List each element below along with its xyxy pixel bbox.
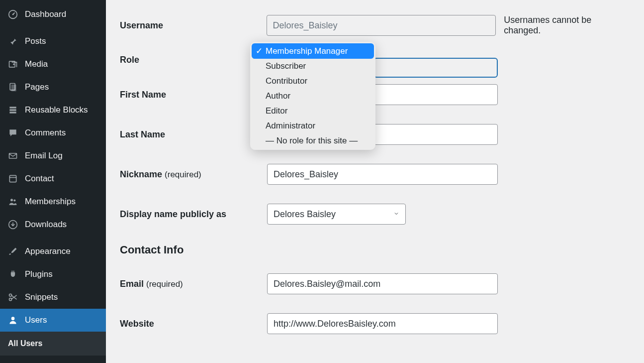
sidebar-item-label: Posts <box>25 36 46 46</box>
display-name-value: Delores Baisley <box>274 209 336 220</box>
chevron-down-icon <box>393 211 399 218</box>
sidebar-item-label: Reusable Blocks <box>25 105 88 115</box>
display-name-select[interactable]: Delores Baisley <box>267 204 406 225</box>
role-option-editor[interactable]: Editor <box>252 104 374 119</box>
sidebar-item-plugins[interactable]: Plugins <box>0 263 106 286</box>
sidebar-item-label: Memberships <box>25 197 76 207</box>
admin-sidebar: Dashboard Posts Media Pages Reusable Blo… <box>0 0 106 363</box>
user-icon <box>7 314 19 326</box>
website-label: Website <box>120 319 267 329</box>
sidebar-item-dashboard[interactable]: Dashboard <box>0 3 106 26</box>
role-option-contributor[interactable]: Contributor <box>252 74 374 89</box>
sidebar-item-label: Dashboard <box>25 9 66 19</box>
svg-point-11 <box>10 199 13 201</box>
role-label: Role <box>120 55 267 65</box>
svg-rect-6 <box>9 107 16 108</box>
sidebar-item-comments[interactable]: Comments <box>0 121 106 144</box>
svg-rect-8 <box>9 112 16 113</box>
svg-rect-7 <box>9 109 16 111</box>
svg-point-15 <box>9 298 12 301</box>
plug-icon <box>7 268 19 280</box>
row-email: Email (required) <box>120 273 630 294</box>
sidebar-item-label: Contact <box>25 174 54 184</box>
sidebar-item-posts[interactable]: Posts <box>0 30 106 53</box>
role-option-subscriber[interactable]: Subscriber <box>252 59 374 74</box>
sidebar-item-memberships[interactable]: Memberships <box>0 190 106 213</box>
sidebar-item-reusable-blocks[interactable]: Reusable Blocks <box>0 99 106 121</box>
envelope-icon <box>7 150 19 162</box>
sidebar-item-pages[interactable]: Pages <box>0 76 106 99</box>
sidebar-item-label: Users <box>25 315 47 325</box>
download-icon <box>7 219 19 231</box>
row-nickname: Nickname (required) <box>120 164 630 185</box>
groups-icon <box>7 196 19 208</box>
sidebar-submenu: All Users <box>0 332 106 356</box>
svg-point-12 <box>13 199 15 201</box>
sidebar-item-label: Downloads <box>25 220 67 230</box>
role-dropdown[interactable]: ✓ Membership Manager Subscriber Contribu… <box>250 42 375 150</box>
display-name-label: Display name publicly as <box>120 209 267 220</box>
nickname-input[interactable] <box>267 164 498 185</box>
sidebar-item-label: Plugins <box>25 269 53 279</box>
sidebar-item-media[interactable]: Media <box>0 53 106 76</box>
role-option-author[interactable]: Author <box>252 89 374 104</box>
svg-point-1 <box>12 14 14 15</box>
website-input[interactable] <box>267 313 498 334</box>
sidebar-item-contact[interactable]: Contact <box>0 167 106 190</box>
sidebar-item-email-log[interactable]: Email Log <box>0 144 106 167</box>
svg-point-3 <box>13 63 14 65</box>
last-name-label: Last Name <box>120 129 267 140</box>
role-option-no-role[interactable]: — No role for this site — <box>252 133 374 148</box>
sidebar-subitem-all-users[interactable]: All Users <box>0 336 106 352</box>
svg-rect-5 <box>11 85 16 91</box>
pages-icon <box>7 81 19 93</box>
role-option-administrator[interactable]: Administrator <box>252 119 374 133</box>
role-select-outline <box>373 58 498 78</box>
nickname-label: Nickname (required) <box>120 169 267 180</box>
sidebar-item-appearance[interactable]: Appearance <box>0 240 106 263</box>
role-option-membership-manager[interactable]: ✓ Membership Manager <box>252 43 374 59</box>
username-input <box>267 15 496 36</box>
sidebar-item-label: Email Log <box>25 151 63 161</box>
svg-point-14 <box>9 294 12 296</box>
username-label: Username <box>120 20 267 31</box>
pin-icon <box>7 35 19 47</box>
dashboard-icon <box>7 8 19 20</box>
email-label: Email (required) <box>120 279 267 289</box>
row-website: Website <box>120 313 630 334</box>
sidebar-item-label: Snippets <box>25 292 58 302</box>
sidebar-item-label: Comments <box>25 128 66 138</box>
media-icon <box>7 58 19 70</box>
main-content: Username Usernames cannot be changed. Ro… <box>106 0 644 363</box>
sidebar-item-label: Media <box>25 59 48 69</box>
row-username: Username Usernames cannot be changed. <box>120 15 630 36</box>
first-name-label: First Name <box>120 90 267 100</box>
username-hint: Usernames cannot be changed. <box>504 15 630 36</box>
sidebar-item-downloads[interactable]: Downloads <box>0 213 106 236</box>
sidebar-item-label: Pages <box>25 82 49 92</box>
sidebar-item-users[interactable]: Users <box>0 309 106 332</box>
comment-icon <box>7 127 19 139</box>
blocks-icon <box>7 104 19 116</box>
sidebar-item-snippets[interactable]: Snippets <box>0 286 106 309</box>
sidebar-item-label: Appearance <box>25 246 71 256</box>
brush-icon <box>7 245 19 257</box>
email-input[interactable] <box>267 273 498 294</box>
svg-point-16 <box>11 317 15 320</box>
scissors-icon <box>7 291 19 303</box>
contact-info-heading: Contact Info <box>120 243 630 256</box>
row-display-name: Display name publicly as Delores Baisley <box>120 204 630 225</box>
contact-icon <box>7 173 19 185</box>
check-icon: ✓ <box>256 46 266 56</box>
svg-rect-10 <box>9 175 16 182</box>
